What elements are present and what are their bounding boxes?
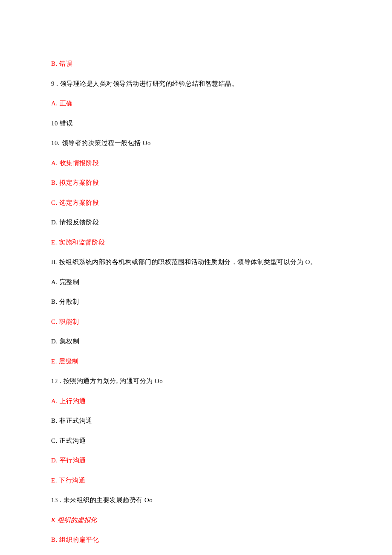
document-page: B. 错误 9 . 领导理论是人类对领导活动进行研究的经验总结和智慧结晶。 A.… — [0, 0, 392, 555]
option-text: C. 正式沟通 — [51, 436, 341, 446]
option-text: C. 职能制 — [51, 317, 341, 327]
option-text: D. 平行沟通 — [51, 456, 341, 465]
option-text: K 组织的虚拟化 — [51, 515, 341, 525]
question-text: IL 按组织系统内部的各机构或部门的职权范围和活动性质划分，领导体制类型可以分为… — [51, 257, 341, 267]
option-text: B. 组织的扁平化 — [51, 535, 341, 545]
option-text: B. 拟定方案阶段 — [51, 178, 341, 188]
question-text: 13 . 未来组织的主要发展趋势有 Oo — [51, 495, 341, 505]
question-text: 9 . 领导理论是人类对领导活动进行研究的经验总结和智慧结晶。 — [51, 79, 341, 89]
option-text: A. 收集情报阶段 — [51, 158, 341, 168]
option-text: A. 完整制 — [51, 277, 341, 287]
option-text: D. 集权制 — [51, 337, 341, 346]
option-text: B. 非正式沟通 — [51, 416, 341, 426]
option-text: 10 错误 — [51, 119, 341, 128]
option-text: E. 层级制 — [51, 357, 341, 366]
option-text: E. 实施和监督阶段 — [51, 238, 341, 247]
option-text: C. 选定方案阶段 — [51, 198, 341, 208]
question-text: 10. 领导者的决策过程一般包括 Oo — [51, 138, 341, 148]
option-text: E. 下行沟通 — [51, 476, 341, 485]
option-text: D. 情报反馈阶段 — [51, 218, 341, 227]
option-text: A. 正确 — [51, 99, 341, 108]
question-text: 12 . 按照沟通方向划分, 沟通可分为 Oo — [51, 376, 341, 386]
option-text: B. 错误 — [51, 59, 341, 69]
option-text: A. 上行沟通 — [51, 396, 341, 406]
option-text: B. 分散制 — [51, 297, 341, 307]
